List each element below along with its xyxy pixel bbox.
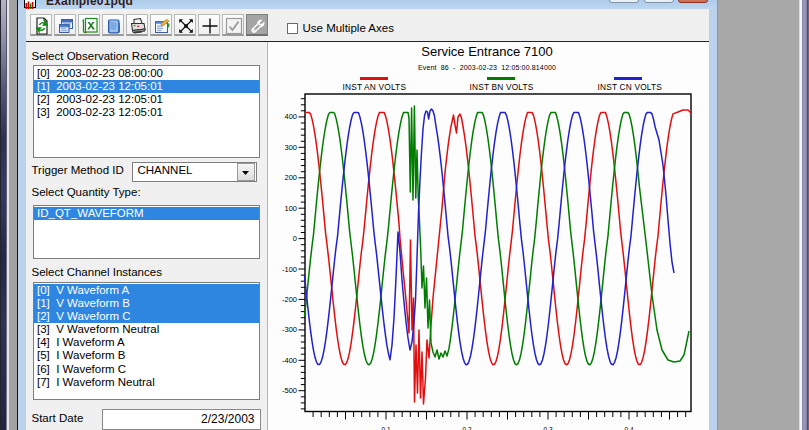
svg-text:0.3: 0.3: [543, 426, 552, 430]
svg-text:-300: -300: [282, 325, 297, 334]
svg-text:400: 400: [284, 112, 297, 121]
svg-text:0.1: 0.1: [381, 426, 390, 430]
svg-text:-400: -400: [282, 356, 297, 365]
svg-text:-500: -500: [282, 386, 297, 395]
svg-text:300: 300: [284, 143, 297, 152]
svg-text:100: 100: [284, 204, 297, 213]
svg-text:0.2: 0.2: [462, 426, 471, 430]
svg-text:0.4: 0.4: [624, 426, 633, 430]
svg-text:200: 200: [284, 173, 297, 182]
svg-text:-100: -100: [282, 265, 297, 274]
svg-text:0: 0: [293, 234, 297, 243]
svg-text:-200: -200: [282, 295, 297, 304]
